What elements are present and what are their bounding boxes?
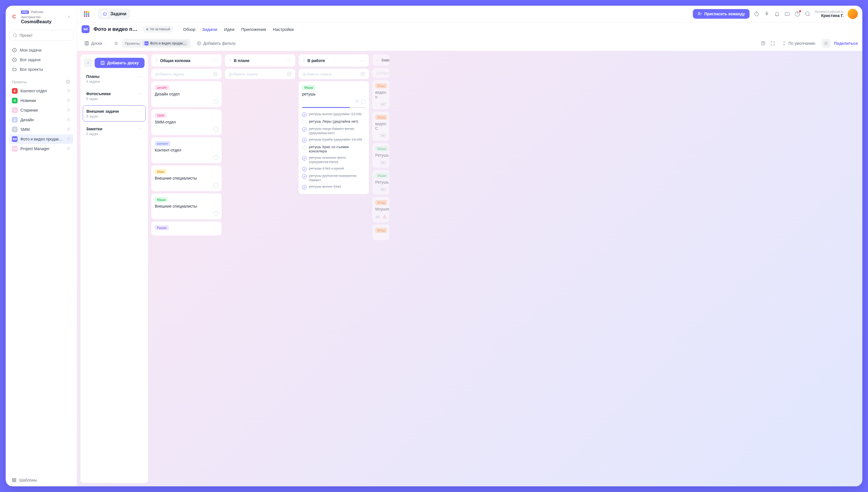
add-task-working[interactable]: Добавить задачу <box>299 69 369 79</box>
checklist-item[interactable]: ретушь осенних фото (предметка Кати) <box>302 154 366 165</box>
project-title[interactable]: Фото и видео прод... <box>94 26 139 32</box>
drag-handle-icon[interactable]: ⠿ <box>155 59 158 63</box>
column-menu[interactable]: ⋯ <box>286 58 291 63</box>
search-input[interactable] <box>20 33 70 38</box>
task-card[interactable]: Иван Внешние специалисты <box>151 166 222 191</box>
project-item[interactable]: PM Project Manager <box>9 144 73 153</box>
checklist-item[interactable]: ретушь Крис со съемки консилера <box>302 144 366 154</box>
add-project-button[interactable] <box>66 79 71 84</box>
column-menu[interactable]: ⋯ <box>360 58 365 63</box>
check-icon[interactable] <box>302 138 307 143</box>
status-circle[interactable] <box>361 99 366 104</box>
project-item[interactable]: К Контент-отдел <box>9 86 73 96</box>
drag-handle-icon[interactable]: ⠿ <box>303 59 305 63</box>
bell-icon[interactable] <box>774 11 780 17</box>
nav-all-projects[interactable]: Все проекты <box>9 65 73 74</box>
task-card[interactable]: Влад <box>372 225 389 240</box>
nav-all-tasks[interactable]: Все задачи <box>9 55 73 65</box>
project-item[interactable]: ФИ Фото и видео продакшн <box>9 134 73 144</box>
board-menu[interactable]: ⋯ <box>137 108 142 114</box>
timer-icon[interactable] <box>753 11 760 17</box>
folder-icon[interactable] <box>784 11 790 17</box>
help-icon[interactable] <box>794 11 800 17</box>
project-filter-chip[interactable]: Проекты: ФИ Фото и видео продак... <box>122 39 191 48</box>
column-header-done[interactable]: ⠿ Заве <box>372 54 389 66</box>
board-menu[interactable]: ⋯ <box>137 91 142 96</box>
checklist-item[interactable]: ретушь волос 10в1 <box>302 183 366 191</box>
column-header-working[interactable]: ⠿ В работе ⋯ <box>299 54 369 67</box>
back-button[interactable] <box>84 59 92 67</box>
settings-button[interactable] <box>822 39 830 48</box>
check-icon[interactable] <box>302 113 307 117</box>
tab-overview[interactable]: Обзор <box>183 27 195 32</box>
templates-button[interactable]: Шаблоны <box>6 474 77 486</box>
share-icon[interactable] <box>355 99 359 104</box>
board-item[interactable]: Внешние задачи⋯ 9 задач <box>83 105 146 122</box>
task-card[interactable]: Влад видео С МС <box>372 112 389 141</box>
add-task-general[interactable]: Добавить задачу <box>151 69 222 79</box>
project-item[interactable]: S SMM <box>9 125 73 134</box>
drag-handle-icon[interactable]: ⠿ <box>376 58 379 62</box>
checklist-item[interactable]: ретушь волос (дедлайн: 13.09) <box>302 111 366 118</box>
sliders-icon[interactable] <box>114 41 118 46</box>
invite-team-button[interactable]: Пригласить команду <box>693 9 750 19</box>
avatar[interactable] <box>848 9 858 19</box>
task-card[interactable]: контент Контент-отдел <box>151 138 222 163</box>
status-circle[interactable] <box>214 211 218 216</box>
search-icon[interactable] <box>804 11 811 17</box>
task-card[interactable]: Рушан <box>151 221 222 236</box>
board-item[interactable]: Планы⋯ 4 задачи <box>83 71 146 87</box>
checklist-item[interactable]: ретушь лица Лавант веган (дедлайна нет) <box>302 125 366 136</box>
tasks-button[interactable]: Задачи <box>98 8 130 19</box>
check-icon[interactable] <box>302 167 307 171</box>
tab-apps[interactable]: Приложения <box>241 27 266 32</box>
check-icon[interactable] <box>302 174 307 179</box>
task-card[interactable]: Влад видео н МС <box>372 80 389 109</box>
tab-ideas[interactable]: Идеи <box>224 27 234 32</box>
tab-tasks[interactable]: Задачи <box>202 27 217 32</box>
add-board-button[interactable]: Добавить доску <box>95 58 145 68</box>
column-menu[interactable]: ⋯ <box>213 58 218 63</box>
nav-my-tasks[interactable]: Мои задачи <box>9 45 73 55</box>
project-item[interactable]: Д Дизайн <box>9 115 73 125</box>
task-card[interactable]: Маша Ретушь МС <box>372 143 389 168</box>
expand-icon[interactable] <box>770 40 776 46</box>
add-task-done[interactable]: Добавит <box>372 68 389 78</box>
save-icon[interactable] <box>760 40 766 46</box>
check-icon[interactable] <box>302 185 307 190</box>
boards-view-button[interactable]: Доски <box>81 40 111 47</box>
task-card[interactable]: Маша ретушь ретушь волос (дедлайн: 13.09… <box>299 81 369 194</box>
check-icon[interactable] <box>302 120 307 124</box>
task-card[interactable]: Влад Моушен МС⚠ <box>372 197 389 222</box>
status-circle[interactable] <box>214 127 218 132</box>
column-header-planned[interactable]: ⠿ В плане ⋯ <box>225 54 295 67</box>
workspace-logo[interactable]: C <box>10 13 18 21</box>
checklist-item[interactable]: ретушь 17в1 с рукой <box>302 165 366 172</box>
task-card[interactable]: SMM SMM-отдел <box>151 109 222 135</box>
sort-button[interactable]: По умолчанию <box>779 40 818 47</box>
add-filter-button[interactable]: Добавить фильтр <box>194 40 238 47</box>
board-menu[interactable]: ⋯ <box>137 126 142 131</box>
check-icon[interactable] <box>302 145 307 150</box>
check-icon[interactable] <box>302 156 307 161</box>
add-task-planned[interactable]: Добавить задачу <box>225 69 295 79</box>
apps-grid-button[interactable] <box>81 9 91 19</box>
checklist-item[interactable]: ретушь Леры (дедлайна нет) <box>302 118 366 125</box>
lotus-icon[interactable] <box>764 11 770 17</box>
workspace-name[interactable]: CosmoBeauty <box>21 19 63 24</box>
project-status[interactable]: Не активный <box>143 26 173 32</box>
board-item[interactable]: Заметки⋯ 0 задач <box>83 123 146 139</box>
task-card[interactable]: Маша Внешние специалисты <box>151 194 222 219</box>
check-icon[interactable] <box>302 127 307 132</box>
project-item[interactable]: Н Новинки <box>9 96 73 105</box>
status-circle[interactable] <box>214 155 218 160</box>
status-circle[interactable] <box>214 99 218 104</box>
checklist-item[interactable]: ретушь Бумбу (дедлайн: 15.09) <box>302 136 366 144</box>
task-card[interactable]: Маша Ретушь МС <box>372 170 389 195</box>
board-item[interactable]: Фотосъемки⋯ 8 задач <box>83 88 146 104</box>
tab-settings[interactable]: Настройки <box>273 27 294 32</box>
checklist-item[interactable]: ретушь до/после сывороток Лавант <box>302 172 366 183</box>
share-button[interactable]: Поделиться <box>834 41 858 46</box>
status-circle[interactable] <box>214 183 218 188</box>
board-menu[interactable]: ⋯ <box>137 74 142 79</box>
